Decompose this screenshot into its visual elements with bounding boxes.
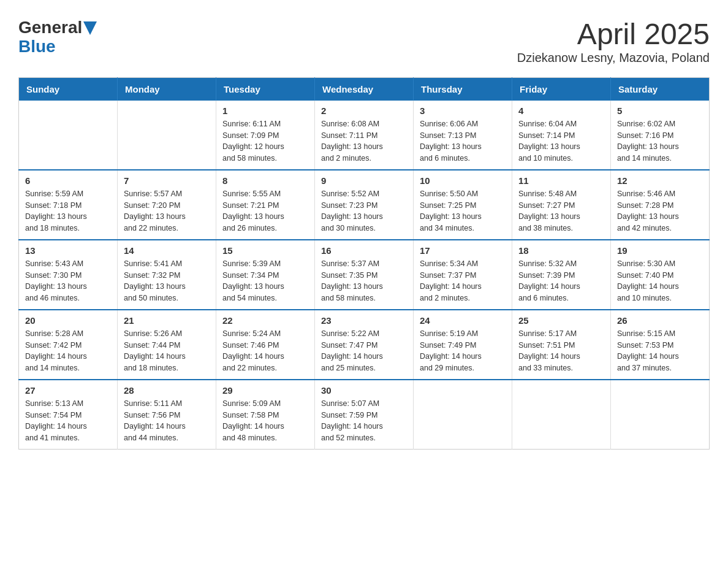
- day-info: Sunrise: 5:32 AMSunset: 7:39 PMDaylight:…: [518, 258, 604, 304]
- calendar-header-row: SundayMondayTuesdayWednesdayThursdayFrid…: [19, 77, 710, 101]
- calendar-cell: 1Sunrise: 6:11 AMSunset: 7:09 PMDaylight…: [216, 101, 315, 170]
- calendar-cell: [118, 101, 216, 170]
- calendar-week-row: 6Sunrise: 5:59 AMSunset: 7:18 PMDaylight…: [19, 170, 710, 240]
- day-info: Sunrise: 5:39 AMSunset: 7:34 PMDaylight:…: [222, 258, 308, 304]
- calendar-cell: 10Sunrise: 5:50 AMSunset: 7:25 PMDayligh…: [414, 170, 512, 240]
- day-info: Sunrise: 6:08 AMSunset: 7:11 PMDaylight:…: [321, 118, 407, 164]
- day-number: 4: [518, 105, 604, 116]
- day-number: 27: [25, 385, 111, 396]
- calendar-cell: 30Sunrise: 5:07 AMSunset: 7:59 PMDayligh…: [315, 380, 414, 450]
- day-number: 8: [222, 175, 308, 186]
- day-info: Sunrise: 5:50 AMSunset: 7:25 PMDaylight:…: [420, 188, 506, 234]
- day-info: Sunrise: 5:22 AMSunset: 7:47 PMDaylight:…: [321, 328, 407, 374]
- day-info: Sunrise: 5:30 AMSunset: 7:40 PMDaylight:…: [617, 258, 703, 304]
- calendar-cell: 21Sunrise: 5:26 AMSunset: 7:44 PMDayligh…: [118, 310, 216, 380]
- calendar-cell: 20Sunrise: 5:28 AMSunset: 7:42 PMDayligh…: [19, 310, 118, 380]
- day-number: 21: [124, 315, 210, 326]
- calendar-cell: [19, 101, 118, 170]
- day-info: Sunrise: 5:43 AMSunset: 7:30 PMDaylight:…: [25, 258, 111, 304]
- calendar-cell: 24Sunrise: 5:19 AMSunset: 7:49 PMDayligh…: [414, 310, 512, 380]
- calendar-table: SundayMondayTuesdayWednesdayThursdayFrid…: [18, 77, 710, 450]
- calendar-cell: 19Sunrise: 5:30 AMSunset: 7:40 PMDayligh…: [611, 240, 710, 310]
- logo-text-general: General: [18, 18, 82, 37]
- header-thursday: Thursday: [414, 77, 512, 101]
- calendar-cell: [512, 380, 611, 450]
- day-info: Sunrise: 5:41 AMSunset: 7:32 PMDaylight:…: [124, 258, 210, 304]
- day-number: 7: [124, 175, 210, 186]
- calendar-cell: 26Sunrise: 5:15 AMSunset: 7:53 PMDayligh…: [611, 310, 710, 380]
- day-info: Sunrise: 6:04 AMSunset: 7:14 PMDaylight:…: [518, 118, 604, 164]
- day-info: Sunrise: 5:48 AMSunset: 7:27 PMDaylight:…: [518, 188, 604, 234]
- day-info: Sunrise: 5:19 AMSunset: 7:49 PMDaylight:…: [420, 328, 506, 374]
- calendar-cell: 17Sunrise: 5:34 AMSunset: 7:37 PMDayligh…: [414, 240, 512, 310]
- day-number: 26: [617, 315, 703, 326]
- day-info: Sunrise: 5:26 AMSunset: 7:44 PMDaylight:…: [124, 328, 210, 374]
- logo: General Blue: [18, 18, 97, 56]
- calendar-subtitle: Dziekanow Lesny, Mazovia, Poland: [517, 51, 710, 65]
- calendar-cell: 9Sunrise: 5:52 AMSunset: 7:23 PMDaylight…: [315, 170, 414, 240]
- day-info: Sunrise: 5:11 AMSunset: 7:56 PMDaylight:…: [124, 398, 210, 444]
- day-number: 3: [420, 105, 506, 116]
- header-saturday: Saturday: [611, 77, 710, 101]
- day-info: Sunrise: 5:34 AMSunset: 7:37 PMDaylight:…: [420, 258, 506, 304]
- calendar-cell: 16Sunrise: 5:37 AMSunset: 7:35 PMDayligh…: [315, 240, 414, 310]
- header-friday: Friday: [512, 77, 611, 101]
- calendar-cell: 4Sunrise: 6:04 AMSunset: 7:14 PMDaylight…: [512, 101, 611, 170]
- calendar-cell: 23Sunrise: 5:22 AMSunset: 7:47 PMDayligh…: [315, 310, 414, 380]
- svg-marker-0: [83, 21, 97, 35]
- calendar-cell: 14Sunrise: 5:41 AMSunset: 7:32 PMDayligh…: [118, 240, 216, 310]
- day-number: 15: [222, 245, 308, 256]
- calendar-cell: 27Sunrise: 5:13 AMSunset: 7:54 PMDayligh…: [19, 380, 118, 450]
- day-info: Sunrise: 5:52 AMSunset: 7:23 PMDaylight:…: [321, 188, 407, 234]
- day-number: 18: [518, 245, 604, 256]
- calendar-week-row: 13Sunrise: 5:43 AMSunset: 7:30 PMDayligh…: [19, 240, 710, 310]
- day-info: Sunrise: 5:07 AMSunset: 7:59 PMDaylight:…: [321, 398, 407, 444]
- day-number: 17: [420, 245, 506, 256]
- day-number: 14: [124, 245, 210, 256]
- calendar-cell: 22Sunrise: 5:24 AMSunset: 7:46 PMDayligh…: [216, 310, 315, 380]
- calendar-cell: 6Sunrise: 5:59 AMSunset: 7:18 PMDaylight…: [19, 170, 118, 240]
- day-number: 25: [518, 315, 604, 326]
- calendar-cell: 28Sunrise: 5:11 AMSunset: 7:56 PMDayligh…: [118, 380, 216, 450]
- logo-text-blue: Blue: [18, 37, 56, 56]
- day-number: 28: [124, 385, 210, 396]
- day-number: 10: [420, 175, 506, 186]
- calendar-cell: 7Sunrise: 5:57 AMSunset: 7:20 PMDaylight…: [118, 170, 216, 240]
- day-number: 13: [25, 245, 111, 256]
- calendar-week-row: 20Sunrise: 5:28 AMSunset: 7:42 PMDayligh…: [19, 310, 710, 380]
- header-wednesday: Wednesday: [315, 77, 414, 101]
- calendar-cell: 18Sunrise: 5:32 AMSunset: 7:39 PMDayligh…: [512, 240, 611, 310]
- day-info: Sunrise: 6:06 AMSunset: 7:13 PMDaylight:…: [420, 118, 506, 164]
- day-number: 22: [222, 315, 308, 326]
- day-number: 9: [321, 175, 407, 186]
- calendar-cell: 11Sunrise: 5:48 AMSunset: 7:27 PMDayligh…: [512, 170, 611, 240]
- calendar-cell: [611, 380, 710, 450]
- calendar-cell: 29Sunrise: 5:09 AMSunset: 7:58 PMDayligh…: [216, 380, 315, 450]
- day-number: 30: [321, 385, 407, 396]
- header-tuesday: Tuesday: [216, 77, 315, 101]
- day-number: 5: [617, 105, 703, 116]
- day-number: 23: [321, 315, 407, 326]
- calendar-cell: 3Sunrise: 6:06 AMSunset: 7:13 PMDaylight…: [414, 101, 512, 170]
- day-number: 29: [222, 385, 308, 396]
- calendar-cell: 25Sunrise: 5:17 AMSunset: 7:51 PMDayligh…: [512, 310, 611, 380]
- header-monday: Monday: [118, 77, 216, 101]
- calendar-week-row: 1Sunrise: 6:11 AMSunset: 7:09 PMDaylight…: [19, 101, 710, 170]
- day-info: Sunrise: 5:57 AMSunset: 7:20 PMDaylight:…: [124, 188, 210, 234]
- day-number: 11: [518, 175, 604, 186]
- day-number: 6: [25, 175, 111, 186]
- day-number: 16: [321, 245, 407, 256]
- day-info: Sunrise: 5:17 AMSunset: 7:51 PMDaylight:…: [518, 328, 604, 374]
- day-info: Sunrise: 5:24 AMSunset: 7:46 PMDaylight:…: [222, 328, 308, 374]
- day-info: Sunrise: 6:02 AMSunset: 7:16 PMDaylight:…: [617, 118, 703, 164]
- calendar-cell: 2Sunrise: 6:08 AMSunset: 7:11 PMDaylight…: [315, 101, 414, 170]
- calendar-title: April 2025: [517, 18, 710, 51]
- day-info: Sunrise: 5:13 AMSunset: 7:54 PMDaylight:…: [25, 398, 111, 444]
- day-info: Sunrise: 6:11 AMSunset: 7:09 PMDaylight:…: [222, 118, 308, 164]
- day-info: Sunrise: 5:28 AMSunset: 7:42 PMDaylight:…: [25, 328, 111, 374]
- calendar-cell: 5Sunrise: 6:02 AMSunset: 7:16 PMDaylight…: [611, 101, 710, 170]
- day-number: 12: [617, 175, 703, 186]
- calendar-week-row: 27Sunrise: 5:13 AMSunset: 7:54 PMDayligh…: [19, 380, 710, 450]
- day-info: Sunrise: 5:15 AMSunset: 7:53 PMDaylight:…: [617, 328, 703, 374]
- calendar-cell: 8Sunrise: 5:55 AMSunset: 7:21 PMDaylight…: [216, 170, 315, 240]
